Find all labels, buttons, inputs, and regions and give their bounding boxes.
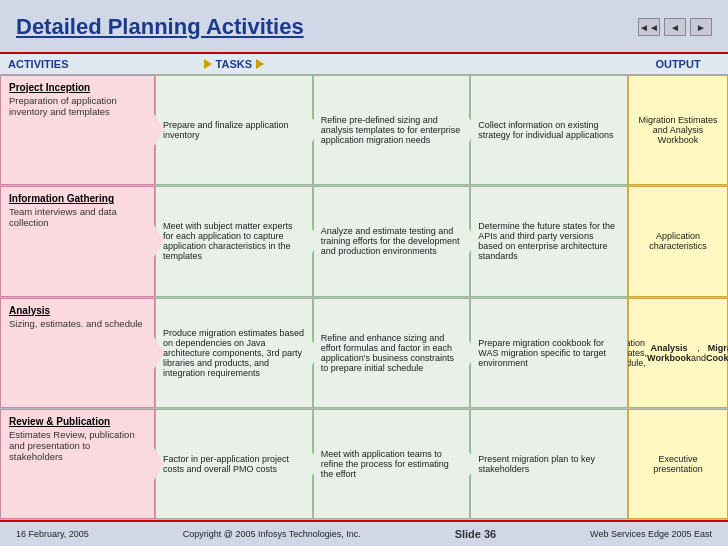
task3-cell-0: Collect information on existing strategy… — [470, 75, 628, 185]
task1-cell-2: Produce migration estimates based on dep… — [155, 298, 313, 408]
activity-cell-2: AnalysisSizing, estimates. and schedule — [0, 298, 155, 408]
footer-copyright: Copyright @ 2005 Infosys Technologies, I… — [183, 529, 361, 539]
activity-cell-0: Project InceptionPreparation of applicat… — [0, 75, 155, 185]
output-cell-3: Executive presentation — [628, 409, 728, 519]
output-cell-1: Application characteristics — [628, 186, 728, 296]
task2-cell-3: Meet with application teams to refine th… — [313, 409, 471, 519]
activity-title-2: Analysis — [9, 305, 50, 316]
activity-body-2: Sizing, estimates. and schedule — [9, 318, 143, 329]
rows-container: Project InceptionPreparation of applicat… — [0, 75, 728, 520]
header: Detailed Planning Activities ◄◄ ◄ ► — [0, 0, 728, 52]
task2-cell-2: Refine and enhance sizing and effort for… — [313, 298, 471, 408]
arrow-icon-2 — [256, 59, 264, 69]
footer: 16 February, 2005 Copyright @ 2005 Infos… — [0, 520, 728, 546]
activity-title-1: Information Gathering — [9, 193, 114, 204]
col-output: OUTPUT — [628, 54, 728, 74]
task2-cell-0: Refine pre-defined sizing and analysis t… — [313, 75, 471, 185]
task3-cell-1: Determine the future states for the APIs… — [470, 186, 628, 296]
col-tasks-3 — [470, 54, 628, 74]
activity-body-1: Team interviews and data collection — [9, 206, 146, 228]
row-3: Review & PublicationEstimates Review, pu… — [0, 409, 728, 520]
task3-cell-2: Prepare migration cookbook for WAS migra… — [470, 298, 628, 408]
footer-event: Web Services Edge 2005 East — [590, 529, 712, 539]
row-0: Project InceptionPreparation of applicat… — [0, 75, 728, 186]
rewind-button[interactable]: ◄◄ — [638, 18, 660, 36]
activity-title-0: Project Inception — [9, 82, 90, 93]
activity-body-0: Preparation of application inventory and… — [9, 95, 146, 117]
activity-title-3: Review & Publication — [9, 416, 110, 427]
next-button[interactable]: ► — [690, 18, 712, 36]
arrow-icon — [204, 59, 212, 69]
row-2: AnalysisSizing, estimates. and scheduleP… — [0, 298, 728, 409]
footer-slide: Slide 36 — [455, 528, 497, 540]
prev-button[interactable]: ◄ — [664, 18, 686, 36]
activity-body-3: Estimates Review, publication and presen… — [9, 429, 146, 462]
slide: Detailed Planning Activities ◄◄ ◄ ► ACTI… — [0, 0, 728, 546]
output-cell-2: Migration estimates, schedule, Analysis … — [628, 298, 728, 408]
page-title: Detailed Planning Activities — [16, 14, 304, 40]
task3-cell-3: Present migration plan to key stakeholde… — [470, 409, 628, 519]
header-controls[interactable]: ◄◄ ◄ ► — [638, 18, 712, 36]
task1-cell-0: Prepare and finalize application invento… — [155, 75, 313, 185]
task1-cell-1: Meet with subject matter experts for eac… — [155, 186, 313, 296]
activity-cell-3: Review & PublicationEstimates Review, pu… — [0, 409, 155, 519]
col-tasks-2 — [313, 54, 471, 74]
col-activities: ACTIVITIES — [0, 54, 155, 74]
task2-cell-1: Analyze and estimate testing and trainin… — [313, 186, 471, 296]
col-tasks: TASKS — [155, 54, 313, 74]
column-headers: ACTIVITIES TASKS OUTPUT — [0, 52, 728, 75]
row-1: Information GatheringTeam interviews and… — [0, 186, 728, 297]
footer-date: 16 February, 2005 — [16, 529, 89, 539]
task1-cell-3: Factor in per-application project costs … — [155, 409, 313, 519]
output-cell-0: Migration Estimates and Analysis Workboo… — [628, 75, 728, 185]
activity-cell-1: Information GatheringTeam interviews and… — [0, 186, 155, 296]
